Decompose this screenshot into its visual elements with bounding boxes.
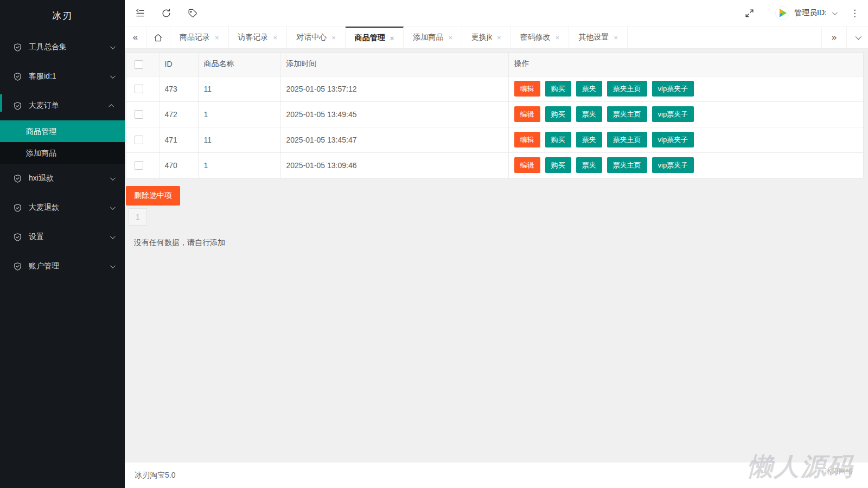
ticket-folder-button[interactable]: 票夹 [576, 157, 602, 173]
table-header-row: ID商品名称添加时间操作 [126, 53, 863, 76]
row-checkbox[interactable] [135, 136, 143, 144]
sidebar-item-damai-orders[interactable]: 大麦订单 [0, 91, 125, 120]
tab-label: 商品管理 [355, 33, 385, 43]
product-name-cell: 11 [198, 127, 280, 152]
vip-ticket-folder-button[interactable]: vip票夹子 [652, 157, 694, 173]
column-header: 操作 [508, 53, 863, 76]
table-row: 470 1 2025-01-05 13:09:46 编辑购买票夹票夹主页vip票… [126, 152, 863, 178]
table-row: 473 11 2025-01-05 13:57:12 编辑购买票夹票夹主页vip… [126, 76, 863, 101]
row-checkbox[interactable] [135, 161, 143, 170]
close-icon[interactable]: × [448, 34, 452, 41]
sidebar-item-label: 设置 [29, 232, 110, 242]
sidebar-menu: 工具总合集 客服id:1 大麦订单 商品管理添加商品 [0, 33, 125, 281]
empty-data-hint: 没有任何数据，请自行添加 [134, 238, 868, 248]
tab-other-settings[interactable]: 其他设置 × [569, 27, 628, 48]
refresh-icon[interactable] [161, 8, 171, 18]
buy-button[interactable]: 购买 [545, 157, 571, 173]
sidebar-item-damai-refund[interactable]: 大麦退款 [0, 193, 125, 222]
sidebar-subitem-product-management[interactable]: 商品管理 [0, 120, 125, 142]
shield-check-icon [13, 43, 22, 52]
collapse-menu-icon[interactable] [135, 8, 145, 18]
tab-change-password[interactable]: 密码修改 × [511, 27, 570, 48]
chevron-icon [110, 263, 116, 268]
id-cell: 473 [159, 76, 198, 101]
header-right-tools: 管理员ID: ⋮ [744, 6, 859, 20]
column-header: ID [159, 53, 198, 76]
edit-button[interactable]: 编辑 [514, 81, 540, 97]
close-icon[interactable]: × [556, 34, 560, 41]
row-checkbox[interactable] [135, 110, 143, 119]
app-window: 冰刃 工具总合集 客服id:1 大麦订单 商 [0, 0, 868, 488]
ticket-folder-button[interactable]: 票夹 [576, 81, 602, 97]
select-all-checkbox[interactable] [135, 60, 143, 69]
tabs-menu-button[interactable] [846, 27, 868, 48]
buy-button[interactable]: 购买 [545, 132, 571, 147]
more-vertical-icon[interactable]: ⋮ [850, 8, 859, 19]
close-icon[interactable]: × [497, 34, 501, 41]
sidebar-item-label: 大麦退款 [29, 203, 110, 213]
admin-id-label[interactable]: 管理员ID: [794, 8, 827, 18]
shield-check-icon [13, 203, 22, 213]
edit-button[interactable]: 编辑 [514, 157, 540, 173]
sidebar-item-label: 工具总合集 [29, 42, 110, 52]
tab-add-product[interactable]: 添加商品 × [404, 27, 462, 48]
add-time-cell: 2025-01-05 13:49:45 [280, 101, 508, 127]
edit-button[interactable]: 编辑 [514, 132, 540, 147]
shield-check-icon [13, 174, 22, 183]
tabs-strip: 商品记录 × 访客记录 × 对话中心 × 商品管理 × 添加商品 × 更换jk … [170, 27, 628, 48]
sidebar-item-tools-collection[interactable]: 工具总合集 [0, 33, 125, 62]
delete-selected-button[interactable]: 删除选中项 [126, 186, 180, 206]
id-cell: 470 [159, 152, 198, 178]
close-icon[interactable]: × [390, 35, 394, 42]
sidebar-item-label: 账户管理 [29, 261, 110, 271]
select-all-cell [126, 53, 159, 76]
buy-button[interactable]: 购买 [545, 106, 571, 122]
ticket-folder-home-button[interactable]: 票夹主页 [607, 157, 647, 173]
ticket-folder-button[interactable]: 票夹 [576, 132, 602, 147]
footer-bar: 冰刃淘宝5.0 [125, 463, 868, 488]
table-row: 471 11 2025-01-05 13:45:47 编辑购买票夹票夹主页vip… [126, 127, 863, 152]
sidebar-item-account-management[interactable]: 账户管理 [0, 252, 125, 281]
vip-ticket-folder-button[interactable]: vip票夹子 [652, 132, 694, 147]
add-time-cell: 2025-01-05 13:45:47 [280, 127, 508, 152]
tab-product-records[interactable]: 商品记录 × [170, 27, 229, 48]
tab-product-management[interactable]: 商品管理 × [346, 27, 404, 48]
product-name-cell: 1 [198, 101, 280, 127]
tabs-scroll-left-button[interactable]: « [125, 27, 146, 48]
sidebar-item-customer-service-id[interactable]: 客服id:1 [0, 62, 125, 91]
ticket-folder-home-button[interactable]: 票夹主页 [607, 106, 647, 122]
chevron-icon [110, 73, 116, 79]
sidebar-subitem-add-product[interactable]: 添加商品 [0, 142, 125, 164]
avatar[interactable] [775, 6, 789, 20]
sidebar-item-hxi-refund[interactable]: hxi退款 [0, 164, 125, 193]
pagination-page-1[interactable]: 1 [129, 208, 147, 226]
close-icon[interactable]: × [273, 34, 278, 41]
chevron-icon [110, 175, 116, 181]
tab-visitor-records[interactable]: 访客记录 × [229, 27, 288, 48]
product-name-cell: 11 [198, 76, 280, 101]
home-icon [154, 33, 163, 42]
close-icon[interactable]: × [614, 34, 618, 41]
ticket-folder-button[interactable]: 票夹 [576, 106, 602, 122]
vip-ticket-folder-button[interactable]: vip票夹子 [652, 106, 694, 122]
close-icon[interactable]: × [331, 34, 336, 41]
edit-button[interactable]: 编辑 [514, 106, 540, 122]
close-icon[interactable]: × [215, 34, 219, 41]
home-tab[interactable] [146, 27, 170, 48]
chevron-down-icon[interactable] [832, 10, 838, 15]
ticket-folder-home-button[interactable]: 票夹主页 [607, 81, 647, 97]
tab-change-jk[interactable]: 更换jk × [462, 27, 511, 48]
id-cell: 471 [159, 127, 198, 152]
fullscreen-icon[interactable] [744, 8, 755, 18]
buy-button[interactable]: 购买 [545, 81, 571, 97]
tab-chat-center[interactable]: 对话中心 × [287, 27, 346, 48]
ticket-folder-home-button[interactable]: 票夹主页 [607, 132, 647, 147]
vip-ticket-folder-button[interactable]: vip票夹子 [652, 81, 694, 97]
sidebar: 冰刃 工具总合集 客服id:1 大麦订单 商 [0, 0, 125, 488]
tag-icon[interactable] [187, 8, 197, 18]
tabs-scroll-right-button[interactable]: » [821, 27, 846, 48]
sidebar-submenu: 商品管理添加商品 [0, 120, 125, 164]
header-left-tools [135, 8, 197, 18]
row-checkbox[interactable] [135, 85, 143, 93]
sidebar-item-settings[interactable]: 设置 [0, 222, 125, 252]
